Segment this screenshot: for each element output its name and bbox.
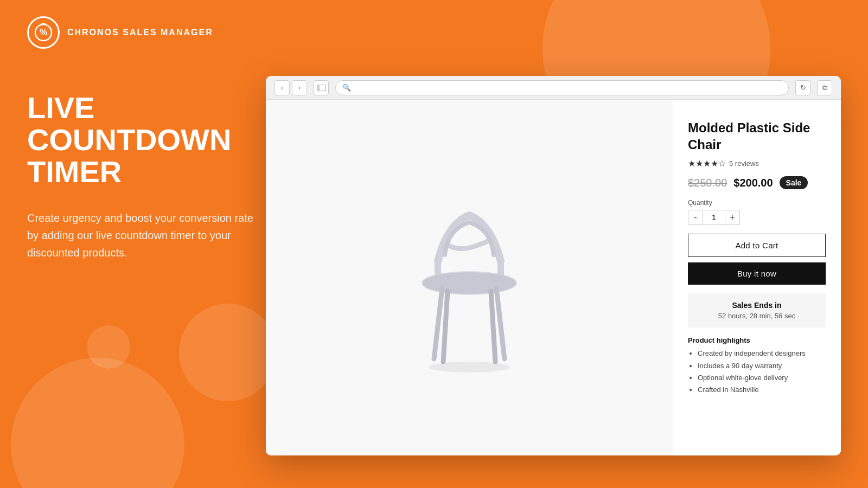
highlight-item: Optional white-glove delivery [698,373,826,383]
browser-chrome: ‹ › 🔍 ↻ ⧉ [266,76,841,100]
sidebar-button[interactable] [314,80,329,95]
reload-button[interactable]: ↻ [795,80,810,95]
logo-icon: % [27,16,60,49]
sale-price: $200.00 [733,177,773,189]
product-rating: ★★★★☆ 5 reviews [688,158,826,169]
browser-window: ‹ › 🔍 ↻ ⧉ [266,76,841,455]
countdown-box: Sales Ends in 52 hours, 28 min, 56 sec [688,293,826,328]
description: Create urgency and boost your conversion… [27,209,266,261]
svg-rect-5 [317,85,320,91]
buy-now-button[interactable]: Buy it now [688,262,826,285]
svg-rect-3 [41,23,46,25]
product-image [393,169,545,386]
svg-line-13 [491,291,495,362]
product-details: Molded Plastic Side Chair ★★★★☆ 5 review… [673,100,841,455]
svg-line-10 [434,288,442,359]
quantity-label: Quantity [688,199,826,207]
header: % CHRONOS SALES MANAGER [27,16,213,49]
background-blob-3 [179,304,277,401]
back-button[interactable]: ‹ [275,80,290,95]
search-icon: 🔍 [342,84,351,92]
svg-point-14 [429,362,510,373]
highlight-item: Created by independent designers [698,349,826,358]
product-image-area [266,100,673,455]
add-to-cart-button[interactable]: Add to Cart [688,234,826,257]
address-bar[interactable]: 🔍 [335,80,789,95]
forward-button[interactable]: › [292,80,307,95]
countdown-label: Sales Ends in [695,301,818,310]
background-blob-2 [11,358,184,488]
countdown-time: 52 hours, 28 min, 56 sec [695,312,818,320]
quantity-input[interactable] [703,210,725,225]
product-pricing: $250.00 $200.00 Sale [688,176,826,189]
highlight-item: Crafted in Nashville [698,385,826,395]
headline-line2: TIMER [27,155,122,189]
brand-name: CHRONOS SALES MANAGER [67,28,213,37]
browser-content: Molded Plastic Side Chair ★★★★☆ 5 review… [266,100,841,455]
svg-line-12 [443,291,448,362]
quantity-control: - + [688,210,826,225]
svg-text:%: % [40,28,47,37]
highlights-list: Created by independent designersIncludes… [688,349,826,395]
quantity-plus-button[interactable]: + [725,210,740,225]
star-rating: ★★★★☆ [688,158,726,169]
quantity-minus-button[interactable]: - [688,210,703,225]
original-price: $250.00 [688,177,727,189]
svg-line-11 [496,288,505,359]
sale-badge: Sale [780,176,808,189]
review-count: 5 reviews [729,159,759,168]
share-button[interactable]: ⧉ [817,80,832,95]
product-title: Molded Plastic Side Chair [688,119,826,153]
highlight-item: Includes a 90 day warranty [698,361,826,371]
headline: LIVE COUNTDOWN TIMER [27,92,266,188]
highlights-title: Product highlights [688,336,826,344]
background-blob-4 [87,325,130,369]
left-content: LIVE COUNTDOWN TIMER Create urgency and … [27,92,266,261]
svg-point-9 [423,272,516,294]
browser-nav: ‹ › [275,80,307,95]
headline-line1: LIVE COUNTDOWN [27,91,231,157]
